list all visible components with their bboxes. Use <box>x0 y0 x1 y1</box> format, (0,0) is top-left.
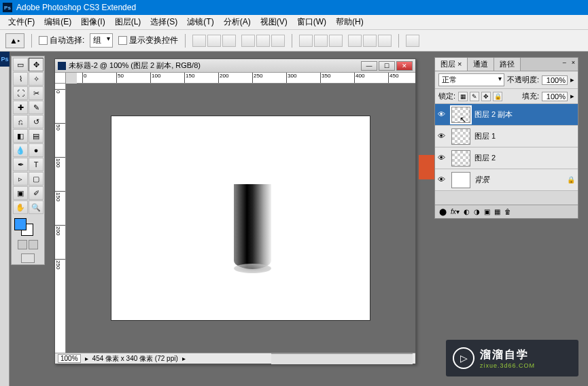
menu-filter[interactable]: 滤镜(T) <box>183 15 218 29</box>
marquee-tool-icon[interactable]: ▭ <box>13 58 28 71</box>
lasso-tool-icon[interactable]: ⌇ <box>13 72 28 86</box>
notes-tool-icon[interactable]: ▣ <box>13 186 28 200</box>
menu-edit[interactable]: 编辑(E) <box>40 15 75 29</box>
dodge-tool-icon[interactable]: ● <box>29 143 44 157</box>
hand-tool-icon[interactable]: ✋ <box>13 200 28 214</box>
menu-analysis[interactable]: 分析(A) <box>220 15 255 29</box>
auto-select-checkbox[interactable]: 自动选择: <box>39 35 84 46</box>
layer-name[interactable]: 图层 1 <box>474 131 496 141</box>
align-right-icon[interactable] <box>271 35 285 47</box>
screenmode-std-icon[interactable] <box>21 253 35 263</box>
layer-row[interactable]: 👁图层 1 <box>435 126 578 147</box>
eraser-tool-icon[interactable]: ◧ <box>13 129 28 143</box>
layer-thumbnail[interactable] <box>451 172 470 188</box>
lock-transparency-icon[interactable]: ▦ <box>458 92 468 101</box>
visibility-eye-icon[interactable]: 👁 <box>438 132 447 141</box>
menu-window[interactable]: 窗口(W) <box>293 15 330 29</box>
link-layers-icon[interactable]: ⬤ <box>439 208 447 215</box>
scrollbar-horizontal[interactable] <box>271 353 413 364</box>
ruler-origin[interactable] <box>55 73 66 84</box>
layer-row[interactable]: ↖👁图层 2 副本 <box>435 104 578 126</box>
ruler-horizontal[interactable]: 050100150200250300350400450 <box>77 73 415 84</box>
layer-thumbnail[interactable] <box>451 107 470 123</box>
document-titlebar[interactable]: 未标题-2 @ 100% (图层 2 副本, RGB/8) — ☐ ✕ <box>55 59 415 73</box>
shape-tool-icon[interactable]: ▢ <box>29 172 44 186</box>
align-bottom-icon[interactable] <box>222 35 236 47</box>
align-hcenter-icon[interactable] <box>256 35 270 47</box>
path-tool-icon[interactable]: ▹ <box>13 172 28 186</box>
dist-left-icon[interactable] <box>348 35 362 47</box>
lock-all-icon[interactable]: 🔒 <box>493 92 502 101</box>
workspace-icon[interactable] <box>406 35 419 47</box>
align-top-icon[interactable] <box>192 35 206 47</box>
lock-paint-icon[interactable]: ✎ <box>470 92 479 101</box>
dist-vcenter-icon[interactable] <box>314 35 328 47</box>
tab-layers[interactable]: 图层 × <box>435 58 468 71</box>
fill-input[interactable]: 100% <box>542 92 568 101</box>
visibility-eye-icon[interactable]: 👁 <box>438 154 447 163</box>
layer-name[interactable]: 图层 2 副本 <box>474 109 513 120</box>
blend-mode-dropdown[interactable]: 正常 <box>438 73 504 86</box>
canvas[interactable] <box>111 116 370 320</box>
screenmode-icon[interactable] <box>29 240 38 249</box>
align-left-icon[interactable] <box>241 35 255 47</box>
panel-close-icon[interactable]: × <box>569 58 578 71</box>
align-vcenter-icon[interactable] <box>207 35 221 47</box>
canvas-viewport[interactable] <box>66 84 415 353</box>
dist-right-icon[interactable] <box>378 35 392 47</box>
zoom-tool-icon[interactable]: 🔍 <box>29 200 44 214</box>
gradient-tool-icon[interactable]: ▤ <box>29 129 44 143</box>
eyedropper-tool-icon[interactable]: ✐ <box>29 186 44 200</box>
layer-row[interactable]: 👁图层 2 <box>435 147 578 169</box>
pen-tool-icon[interactable]: ✒ <box>13 158 28 171</box>
menu-view[interactable]: 视图(V) <box>256 15 292 29</box>
slice-tool-icon[interactable]: ✂ <box>29 86 44 100</box>
current-tool-indicator[interactable]: ▲▸ <box>5 33 24 48</box>
lock-position-icon[interactable]: ✥ <box>481 92 491 101</box>
tab-channels[interactable]: 通道 <box>468 58 494 71</box>
crop-tool-icon[interactable]: ⛶ <box>13 86 28 100</box>
maximize-button[interactable]: ☐ <box>379 61 395 71</box>
auto-select-dropdown[interactable]: 组 <box>90 33 113 48</box>
stamp-tool-icon[interactable]: ⎌ <box>13 115 28 128</box>
foreground-color-icon[interactable] <box>14 218 27 230</box>
quickmask-icon[interactable] <box>18 240 27 249</box>
move-tool-icon[interactable]: ✥ <box>29 58 44 71</box>
dist-bottom-icon[interactable] <box>329 35 343 47</box>
dist-hcenter-icon[interactable] <box>363 35 377 47</box>
show-transform-checkbox[interactable]: 显示变换控件 <box>118 35 178 46</box>
close-button[interactable]: ✕ <box>396 61 413 71</box>
menu-file[interactable]: 文件(F) <box>4 15 39 29</box>
new-layer-icon[interactable]: ▦ <box>494 208 500 215</box>
layer-thumbnail[interactable] <box>451 128 470 145</box>
dist-top-icon[interactable] <box>299 35 313 47</box>
menu-select[interactable]: 选择(S) <box>146 15 181 29</box>
new-group-icon[interactable]: ▣ <box>484 208 490 215</box>
minimize-button[interactable]: — <box>361 61 377 71</box>
tab-paths[interactable]: 路径 <box>494 58 521 71</box>
layer-mask-icon[interactable]: ◐ <box>464 208 470 215</box>
panel-minimize-icon[interactable]: – <box>560 58 569 71</box>
menu-layer[interactable]: 图层(L) <box>111 15 145 29</box>
heal-tool-icon[interactable]: ✚ <box>13 101 28 114</box>
history-brush-icon[interactable]: ↺ <box>29 115 44 128</box>
visibility-eye-icon[interactable]: 👁 <box>438 110 447 120</box>
opacity-arrow-icon[interactable]: ▸ <box>570 75 574 84</box>
opacity-input[interactable]: 100% <box>542 75 568 85</box>
zoom-field[interactable]: 100% <box>58 354 81 363</box>
layer-name[interactable]: 背景 <box>474 175 489 185</box>
fill-arrow-icon[interactable]: ▸ <box>570 92 574 101</box>
menu-image[interactable]: 图像(I) <box>77 15 109 29</box>
wand-tool-icon[interactable]: ✧ <box>29 72 44 86</box>
blur-tool-icon[interactable]: 💧 <box>13 143 28 157</box>
color-swatches[interactable] <box>13 218 43 237</box>
ruler-vertical[interactable]: 050100150200250 <box>55 84 66 353</box>
layer-thumbnail[interactable] <box>451 150 470 166</box>
type-tool-icon[interactable]: T <box>29 158 44 171</box>
delete-layer-icon[interactable]: 🗑 <box>504 208 511 215</box>
visibility-eye-icon[interactable]: 👁 <box>438 175 447 185</box>
layer-fx-icon[interactable]: fx▾ <box>451 208 460 215</box>
layer-row[interactable]: 👁背景🔒 <box>435 169 578 191</box>
brush-tool-icon[interactable]: ✎ <box>29 101 44 114</box>
adjustment-layer-icon[interactable]: ◑ <box>474 208 480 215</box>
